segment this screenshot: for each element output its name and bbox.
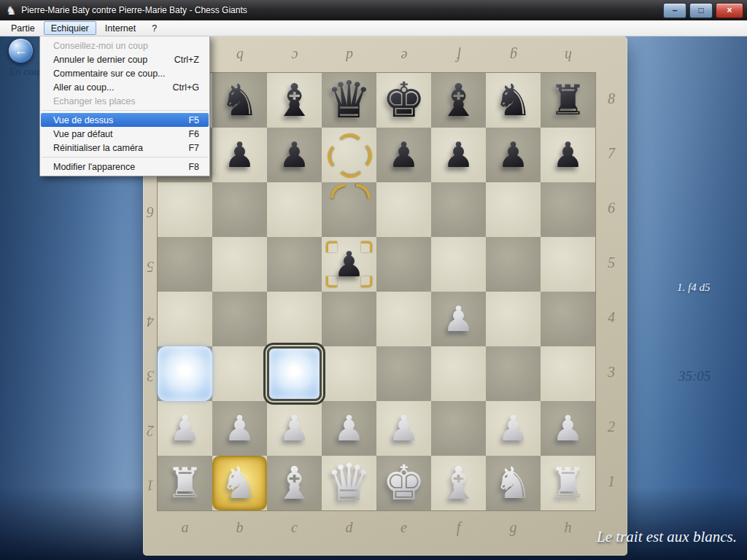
menu-item-label: Commentaire sur ce coup... <box>53 69 166 79</box>
rank-label-left-4: 4 <box>143 309 158 330</box>
white-piece-d2[interactable]: ♟ <box>322 401 376 456</box>
menu-item-3[interactable]: Aller au coup...Ctrl+G <box>40 80 209 94</box>
square-d4[interactable] <box>322 292 376 346</box>
square-a6[interactable] <box>158 182 212 237</box>
menu-item-1[interactable]: Annuler le dernier coupCtrl+Z <box>40 52 209 66</box>
black-piece-b7[interactable]: ♟ <box>212 128 267 182</box>
square-f5[interactable] <box>431 237 486 292</box>
rank-label-right-5: 5 <box>604 254 619 275</box>
menu-item-shortcut: F5 <box>188 115 199 125</box>
menu-item-label: Echanger les places <box>53 96 136 106</box>
menu-item-shortcut: Ctrl+Z <box>174 55 199 65</box>
menu-partie[interactable]: Partie <box>4 21 42 35</box>
square-b4[interactable] <box>212 292 267 346</box>
legal-move-highlight[interactable] <box>158 346 212 401</box>
white-piece-e2[interactable]: ♟ <box>376 401 431 456</box>
chess-giants-window: ♞ Pierre-Marie Baty contre Pierre-Marie … <box>0 0 747 560</box>
rank-label-right-2: 2 <box>604 419 619 439</box>
black-piece-h8[interactable]: ♜ <box>541 73 595 128</box>
square-h4[interactable] <box>541 292 595 346</box>
game-clock: 35:05 <box>678 368 711 384</box>
black-piece-g8[interactable]: ♞ <box>486 73 541 128</box>
menu-separator <box>42 157 208 158</box>
square-g6[interactable] <box>486 182 541 237</box>
file-label-bottom-c: c <box>287 519 302 540</box>
black-piece-e7[interactable]: ♟ <box>376 128 431 182</box>
rank-label-left-6: 6 <box>143 200 158 220</box>
menu-item-8[interactable]: Réinitialiser la caméraF7 <box>40 141 209 155</box>
square-h3[interactable] <box>541 346 595 401</box>
square-b3[interactable] <box>212 346 267 401</box>
file-label-bottom-f: f <box>452 519 466 540</box>
square-h6[interactable] <box>541 182 595 237</box>
square-e4[interactable] <box>376 292 431 346</box>
white-piece-h2[interactable]: ♟ <box>541 401 595 456</box>
square-a4[interactable] <box>158 292 212 346</box>
white-piece-c2[interactable]: ♟ <box>267 401 322 456</box>
square-g3[interactable] <box>486 346 541 401</box>
menu-item-shortcut: F8 <box>188 162 199 172</box>
white-piece-g1[interactable]: ♞ <box>486 456 541 510</box>
black-piece-d8[interactable]: ♛ <box>322 73 376 128</box>
white-piece-a2[interactable]: ♟ <box>158 401 212 456</box>
file-label-bottom-e: e <box>397 519 411 540</box>
square-e3[interactable] <box>376 346 431 401</box>
black-piece-g7[interactable]: ♟ <box>486 128 541 182</box>
file-label-bottom-a: a <box>178 519 193 540</box>
square-d3[interactable] <box>322 346 376 401</box>
black-piece-h7[interactable]: ♟ <box>541 128 595 182</box>
close-button[interactable]: × <box>716 3 743 18</box>
square-b5[interactable] <box>212 237 267 292</box>
menu-item-2[interactable]: Commentaire sur ce coup... <box>40 66 209 80</box>
white-piece-b2[interactable]: ♟ <box>212 401 267 456</box>
square-f3[interactable] <box>431 346 486 401</box>
white-piece-c1[interactable]: ♝ <box>267 456 322 510</box>
black-piece-c7[interactable]: ♟ <box>267 128 322 182</box>
black-piece-f7[interactable]: ♟ <box>431 128 486 182</box>
maximize-button[interactable]: □ <box>689 3 713 18</box>
square-g4[interactable] <box>486 292 541 346</box>
minimize-button[interactable]: – <box>663 3 686 18</box>
square-f2[interactable] <box>431 401 486 456</box>
menu-item-6[interactable]: Vue de dessusF5 <box>41 113 209 127</box>
menu-internet[interactable]: Internet <box>98 21 143 35</box>
echiquier-menu: Conseillez-moi un coupAnnuler le dernier… <box>39 36 210 176</box>
window-controls: – □ × <box>663 3 743 18</box>
square-c4[interactable] <box>267 292 322 346</box>
title-bar: ♞ Pierre-Marie Baty contre Pierre-Marie … <box>0 0 747 20</box>
square-c5[interactable] <box>267 237 322 292</box>
black-piece-e8[interactable]: ♚ <box>376 73 431 128</box>
square-e6[interactable] <box>376 182 431 237</box>
white-piece-d1[interactable]: ♛ <box>322 456 376 510</box>
white-piece-a1[interactable]: ♜ <box>158 456 212 510</box>
menu-item-7[interactable]: Vue par défautF6 <box>40 127 209 141</box>
white-piece-f1[interactable]: ♝ <box>431 456 486 510</box>
square-a5[interactable] <box>158 237 212 292</box>
square-h5[interactable] <box>541 237 595 292</box>
black-piece-b8[interactable]: ♞ <box>212 73 267 128</box>
square-c6[interactable] <box>267 182 322 237</box>
square-e5[interactable] <box>376 237 431 292</box>
back-arrow-button[interactable]: ← <box>8 38 34 63</box>
square-f6[interactable] <box>431 182 486 237</box>
white-piece-g2[interactable]: ♟ <box>486 401 541 456</box>
black-piece-f8[interactable]: ♝ <box>431 73 486 128</box>
menu-item-10[interactable]: Modifier l'apparenceF8 <box>40 160 209 174</box>
file-label-top-g: g <box>506 44 521 64</box>
menu-item-label: Réinitialiser la caméra <box>53 143 143 153</box>
square-d7[interactable] <box>322 128 376 182</box>
black-piece-d5[interactable]: ♟ <box>322 237 376 292</box>
square-g5[interactable] <box>486 237 541 292</box>
hover-move-highlight[interactable] <box>267 346 322 401</box>
black-piece-c8[interactable]: ♝ <box>267 73 322 128</box>
rank-label-right-7: 7 <box>604 145 619 166</box>
back-arrow-icon: ← <box>15 43 28 58</box>
white-piece-f4[interactable]: ♟ <box>431 292 486 346</box>
white-piece-h1[interactable]: ♜ <box>541 456 595 510</box>
white-piece-e1[interactable]: ♚ <box>376 456 431 510</box>
square-b6[interactable] <box>212 182 267 237</box>
square-d6[interactable] <box>322 182 376 237</box>
menu-echiquier[interactable]: Echiquier <box>44 21 96 35</box>
menu-help[interactable]: ? <box>144 21 164 35</box>
white-piece-b1[interactable]: ♞ <box>212 456 267 510</box>
